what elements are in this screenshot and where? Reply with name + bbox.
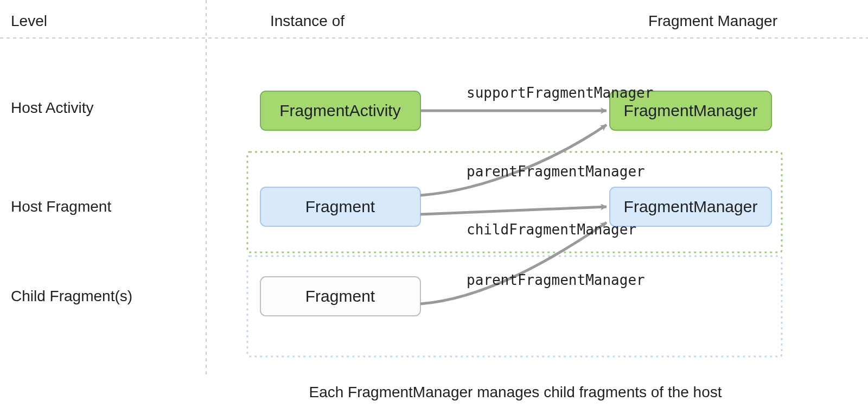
- label-fragment-manager-mid: FragmentManager: [624, 198, 758, 215]
- row-label-child-fragments: Child Fragment(s): [11, 288, 132, 304]
- arrow-parent-fm-1: [420, 125, 607, 195]
- arrow-child-fm: [420, 207, 607, 214]
- diagram-caption: Each FragmentManager manages child fragm…: [309, 384, 722, 400]
- row-label-host-activity: Host Activity: [11, 99, 93, 116]
- diagram-canvas: Level Instance of Fragment Manager Host …: [0, 0, 868, 420]
- edge-label-parent-fm-1: parentFragmentManager: [467, 163, 645, 180]
- edge-label-parent-fm-2: parentFragmentManager: [467, 272, 645, 288]
- label-fragment-manager-top: FragmentManager: [624, 101, 758, 119]
- header-level: Level: [11, 12, 47, 29]
- header-fragment-manager: Fragment Manager: [648, 12, 777, 29]
- label-fragment-bottom: Fragment: [305, 287, 375, 305]
- row-label-host-fragment: Host Fragment: [11, 198, 111, 215]
- label-fragment-mid: Fragment: [305, 198, 375, 215]
- header-instance-of: Instance of: [270, 12, 344, 29]
- edge-label-child-fm: childFragmentManager: [467, 221, 636, 238]
- label-fragment-activity: FragmentActivity: [279, 101, 400, 119]
- edge-label-support-fm: supportFragmentManager: [467, 85, 653, 101]
